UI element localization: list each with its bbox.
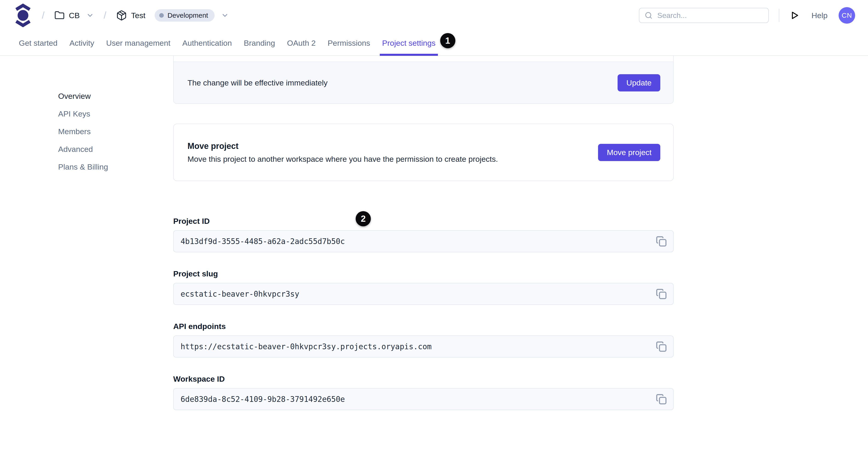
breadcrumb-workspace[interactable]: CB: [54, 10, 94, 21]
workspace-id-value: 6de839da-8c52-4109-9b28-3791492e650e: [181, 395, 655, 404]
project-slug-value: ecstatic-beaver-0hkvpcr3sy: [181, 289, 655, 299]
move-project-title: Move project: [187, 141, 584, 151]
environment-badge: Development: [155, 9, 215, 22]
tab-permissions[interactable]: Permissions: [327, 31, 371, 55]
play-icon[interactable]: [789, 10, 800, 21]
folder-icon: [54, 10, 65, 21]
search-box[interactable]: [639, 8, 769, 23]
annotation-badge-2: 2: [355, 211, 371, 226]
chevron-down-icon: [86, 11, 94, 19]
move-project-card: Move project Move this project to anothe…: [173, 124, 674, 181]
breadcrumb-separator: /: [104, 10, 106, 21]
breadcrumb-workspace-label: CB: [69, 11, 80, 20]
sidebar-item-api-keys[interactable]: API Keys: [58, 109, 157, 118]
copy-icon[interactable]: [655, 287, 668, 300]
help-link[interactable]: Help: [811, 11, 828, 20]
sidebar-item-members[interactable]: Members: [58, 127, 157, 136]
tab-get-started[interactable]: Get started: [19, 31, 58, 55]
project-tabbar: Get started Activity User management Aut…: [0, 31, 868, 56]
field-project-slug: Project slug ecstatic-beaver-0hkvpcr3sy: [173, 269, 674, 305]
move-project-text: Move project Move this project to anothe…: [187, 141, 598, 163]
tab-project-settings-label: Project settings: [382, 39, 435, 48]
breadcrumb-project[interactable]: Test Development: [116, 9, 229, 22]
field-project-id: Project ID 4b13df9d-3555-4485-a62a-2adc5…: [173, 216, 674, 252]
sidebar-item-plans-billing[interactable]: Plans & Billing: [58, 162, 157, 172]
header-actions: Help CN: [639, 7, 855, 24]
workspace-id-label: Workspace ID: [173, 374, 674, 384]
project-id-value: 4b13df9d-3555-4485-a62a-2adc55d7b50c: [181, 237, 655, 246]
environment-dot-icon: [159, 13, 164, 18]
api-endpoints-value: https://ecstatic-beaver-0hkvpcr3sy.proje…: [181, 342, 655, 351]
ory-logo-icon[interactable]: [14, 3, 32, 28]
search-icon: [645, 11, 653, 20]
package-icon: [116, 10, 127, 21]
api-endpoints-box: https://ecstatic-beaver-0hkvpcr3sy.proje…: [173, 335, 674, 358]
update-card-body-clipped: [174, 56, 673, 62]
user-avatar[interactable]: CN: [839, 7, 855, 24]
tab-project-settings[interactable]: Project settings 1: [382, 31, 436, 55]
move-project-description: Move this project to another workspace w…: [187, 155, 584, 163]
tab-branding[interactable]: Branding: [243, 31, 276, 55]
tab-user-management[interactable]: User management: [106, 31, 171, 55]
project-slug-box: ecstatic-beaver-0hkvpcr3sy: [173, 283, 674, 305]
api-endpoints-label: API endpoints: [173, 322, 674, 331]
chevron-down-icon: [221, 11, 229, 19]
settings-main: The change will be effective immediately…: [173, 56, 674, 410]
field-api-endpoints: API endpoints https://ecstatic-beaver-0h…: [173, 322, 674, 358]
copy-icon[interactable]: [655, 235, 668, 248]
tab-activity[interactable]: Activity: [69, 31, 95, 55]
field-workspace-id: Workspace ID 6de839da-8c52-4109-9b28-379…: [173, 374, 674, 410]
header-divider: [779, 9, 779, 22]
sidebar-item-advanced[interactable]: Advanced: [58, 145, 157, 154]
tab-oauth2[interactable]: OAuth 2: [286, 31, 316, 55]
breadcrumb-separator: /: [42, 10, 44, 21]
sidebar-item-overview[interactable]: Overview: [58, 91, 157, 101]
update-card-footer: The change will be effective immediately…: [174, 62, 673, 103]
project-slug-label: Project slug: [173, 269, 674, 278]
move-project-button[interactable]: Move project: [598, 144, 660, 161]
project-id-label: Project ID: [173, 216, 674, 226]
settings-sidebar: Overview API Keys Members Advanced Plans…: [58, 91, 157, 180]
copy-icon[interactable]: [655, 393, 668, 405]
project-id-box: 4b13df9d-3555-4485-a62a-2adc55d7b50c: [173, 230, 674, 252]
environment-badge-label: Development: [167, 11, 208, 19]
annotation-badge-1: 1: [440, 33, 455, 48]
copy-icon[interactable]: [655, 340, 668, 353]
update-note: The change will be effective immediately: [187, 78, 618, 87]
tab-authentication[interactable]: Authentication: [182, 31, 232, 55]
breadcrumb-project-label: Test: [131, 11, 146, 20]
search-input[interactable]: [657, 11, 763, 20]
update-card: The change will be effective immediately…: [173, 56, 674, 104]
update-button[interactable]: Update: [618, 74, 660, 91]
workspace-id-box: 6de839da-8c52-4109-9b28-3791492e650e: [173, 388, 674, 410]
top-header: / CB / Test Development: [0, 0, 868, 31]
